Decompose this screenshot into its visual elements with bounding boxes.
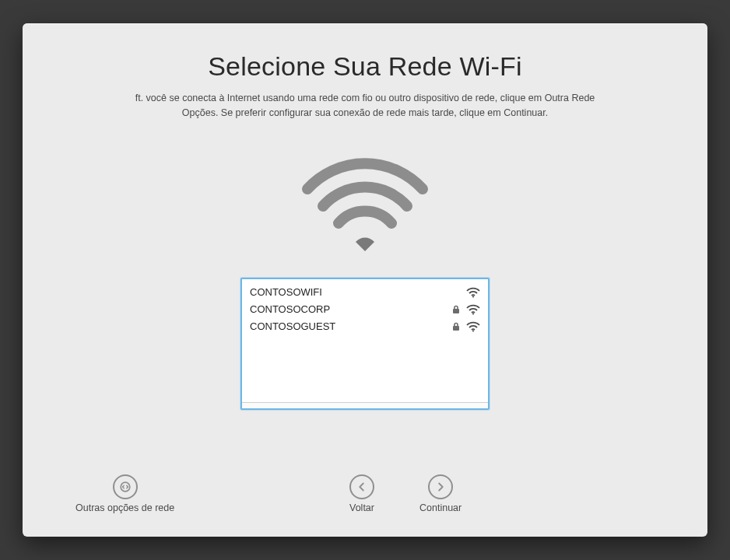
subtitle-line-1: ft. você se conecta à Internet usando um… — [135, 93, 595, 103]
network-name: CONTOSOWIFI — [250, 286, 446, 298]
wifi-signal-icon — [466, 287, 480, 298]
lock-icon — [451, 304, 462, 315]
network-row-icons — [446, 287, 480, 298]
back-button[interactable]: Voltar — [349, 474, 374, 513]
lock-icon-slot — [451, 287, 462, 298]
setup-window: Selecione Sua Rede Wi-Fi ft. você se con… — [23, 23, 707, 537]
lock-icon — [451, 321, 462, 332]
network-row-icons — [446, 321, 480, 332]
svg-point-2 — [472, 313, 474, 314]
footer: Outras opções de rede Voltar Continuar — [54, 467, 676, 521]
continue-button[interactable]: Continuar — [419, 474, 462, 513]
network-options-icon — [113, 474, 138, 499]
network-name: CONTOSOGUEST — [250, 320, 446, 332]
svg-rect-1 — [453, 309, 459, 313]
center-area: CONTOSOWIFI — [54, 142, 676, 467]
page-title: Selecione Sua Rede Wi-Fi — [54, 51, 676, 82]
other-network-options-label: Outras opções de rede — [75, 502, 174, 513]
other-network-options-button[interactable]: Outras opções de rede — [75, 474, 174, 513]
wifi-signal-icon — [466, 321, 480, 332]
svg-point-4 — [472, 330, 474, 331]
wifi-signal-icon — [466, 304, 480, 315]
arrow-right-icon — [428, 474, 453, 499]
network-row[interactable]: CONTOSOGUEST — [250, 318, 480, 335]
network-row-icons — [446, 304, 480, 315]
arrow-left-icon — [349, 474, 374, 499]
subtitle-line-2: Opções. Se preferir configurar sua conex… — [182, 107, 548, 118]
svg-rect-3 — [453, 326, 459, 331]
network-list: CONTOSOWIFI — [242, 279, 488, 402]
scrollbar-track[interactable] — [242, 402, 488, 408]
network-row[interactable]: CONTOSOWIFI — [250, 284, 480, 301]
network-list-box[interactable]: CONTOSOWIFI — [240, 278, 490, 410]
network-row[interactable]: CONTOSOCORP — [250, 301, 480, 318]
network-name: CONTOSOCORP — [250, 303, 446, 315]
svg-point-0 — [472, 296, 474, 297]
wifi-icon — [295, 142, 435, 259]
continue-label: Continuar — [419, 502, 462, 513]
back-label: Voltar — [349, 502, 374, 513]
page-subtitle: ft. você se conecta à Internet usando um… — [135, 91, 595, 121]
